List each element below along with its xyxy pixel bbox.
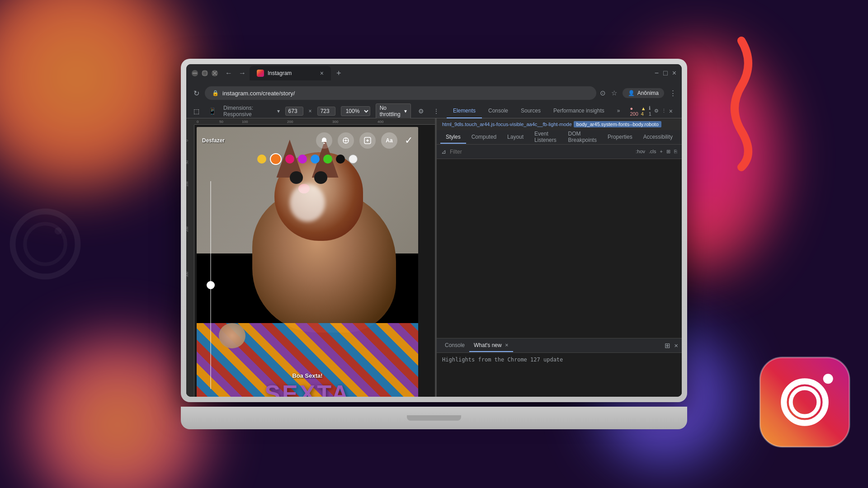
zoom-select[interactable]: 100%: [341, 106, 370, 116]
inspect-element-icon[interactable]: ⬚: [192, 107, 201, 116]
throttle-label: No throttling: [380, 105, 402, 117]
color-white[interactable]: [349, 155, 358, 164]
svg-text:300: 300: [186, 272, 189, 277]
whats-new-tab[interactable]: What's new ×: [469, 339, 513, 352]
color-purple[interactable]: [298, 155, 307, 164]
color-green[interactable]: [323, 155, 332, 164]
tab-styles[interactable]: Styles: [440, 131, 466, 144]
ig-logo-left-decoration: [9, 208, 81, 280]
minimize-icon[interactable]: −: [655, 69, 659, 77]
minimize-button[interactable]: [192, 70, 198, 76]
copy-styles-button[interactable]: ⎘: [674, 149, 677, 155]
forward-button[interactable]: →: [237, 67, 248, 79]
slider-track: [210, 181, 211, 281]
tab-console[interactable]: Console: [482, 104, 514, 118]
undo-button[interactable]: Desfazer: [202, 137, 225, 144]
text-tool-button[interactable]: Aa: [381, 132, 397, 149]
console-panel: Console What's new × ⊞ ×: [437, 338, 682, 397]
color-black[interactable]: [336, 155, 345, 164]
network-conditions-icon[interactable]: ⚙: [416, 107, 426, 116]
whats-new-tab-close[interactable]: ×: [505, 342, 509, 348]
maximize-icon[interactable]: □: [663, 69, 668, 77]
more-options-icon[interactable]: ⋮: [670, 89, 676, 97]
console-close-icon[interactable]: ×: [674, 342, 678, 349]
brush-size-slider[interactable]: [207, 172, 215, 389]
bookmark-icon[interactable]: ☆: [611, 89, 617, 97]
bell-tool-button[interactable]: [316, 132, 332, 149]
url-input[interactable]: 🔒 instagram.com/create/story/: [205, 86, 596, 100]
browser-chrome: ← → Instagram × + − □ ×: [186, 64, 682, 397]
filter-input[interactable]: [450, 149, 632, 155]
tab-close-button[interactable]: ×: [320, 70, 324, 77]
close-window-button[interactable]: [212, 70, 218, 76]
squiggle-decoration: [714, 36, 769, 172]
sticker-tool-button[interactable]: [359, 132, 376, 149]
console-tabs: Console What's new × ⊞ ×: [437, 338, 682, 353]
tab-properties[interactable]: Properties: [602, 131, 638, 144]
more-tabs-button[interactable]: »: [611, 104, 627, 118]
devtools-settings-icon[interactable]: ⚙: [654, 108, 659, 114]
tab-computed[interactable]: Computed: [466, 131, 502, 144]
error-count: ● 200: [630, 106, 638, 117]
color-orange-selected[interactable]: [270, 153, 282, 165]
svg-text:0: 0: [197, 120, 199, 124]
add-style-button[interactable]: +: [660, 149, 663, 155]
dimensions-separator1: ▾: [277, 108, 280, 114]
close-icon[interactable]: ×: [672, 69, 676, 77]
svg-text:50: 50: [186, 160, 189, 164]
refresh-button[interactable]: ↻: [192, 87, 201, 99]
tab-bar: Instagram × +: [250, 66, 655, 80]
hover-pseudo-button[interactable]: :hov: [636, 149, 645, 155]
slider-handle[interactable]: [207, 281, 215, 289]
tab-event-listeners[interactable]: Event Listeners: [529, 128, 562, 147]
new-tab-button[interactable]: +: [333, 69, 345, 78]
devtools-more-icon[interactable]: ⋮: [661, 108, 666, 114]
breadcrumb-body[interactable]: body_ar45.system-fonts--body.roboto: [574, 121, 661, 127]
devtools-tab-bar: Elements Console Sources Performance ins…: [447, 104, 627, 118]
toggle-layout-button[interactable]: ⊞: [666, 149, 670, 155]
responsive-options-icon[interactable]: ⋮: [431, 107, 441, 116]
devtools-close-icon[interactable]: ×: [669, 108, 673, 115]
class-pseudo-button[interactable]: .cls: [649, 149, 656, 155]
height-input[interactable]: [317, 107, 335, 116]
console-tab[interactable]: Console: [440, 339, 469, 352]
laptop-frame: ← → Instagram × + − □ ×: [181, 59, 687, 429]
cat-eye-right: [314, 171, 327, 184]
filter-bar: ⊿ :hov .cls + ⊞ ⎘: [437, 145, 682, 159]
device-toggle-icon[interactable]: 📱: [207, 107, 218, 116]
color-pink[interactable]: [285, 155, 294, 164]
confirm-button[interactable]: ✓: [405, 135, 413, 146]
console-dock-icon[interactable]: ⊞: [665, 342, 670, 350]
console-content: Highlights from the Chrome 127 update: [437, 353, 682, 397]
address-bar: ↻ 🔒 instagram.com/create/story/ ⊙ ☆ 👤 An…: [186, 82, 682, 104]
svg-text:200: 200: [287, 120, 293, 124]
back-button[interactable]: ←: [223, 67, 234, 79]
profile-button[interactable]: 👤 Anônima: [623, 88, 664, 98]
laptop-base: [181, 407, 687, 429]
tab-sources[interactable]: Sources: [514, 104, 547, 118]
svg-text:0: 0: [186, 140, 189, 141]
tab-layout[interactable]: Layout: [502, 131, 529, 144]
tab-performance-insights[interactable]: Performance insights: [547, 104, 611, 118]
cat-paw: [219, 323, 245, 348]
tab-dom-breakpoints[interactable]: DOM Breakpoints: [563, 128, 602, 147]
svg-text:300: 300: [332, 120, 339, 124]
svg-rect-3: [760, 357, 849, 447]
dimensions-x: ×: [309, 108, 312, 114]
location-tool-button[interactable]: [338, 132, 354, 149]
breadcrumb-html[interactable]: html_9dls.touch_ar44.js-focus-visible_aa…: [442, 122, 572, 127]
width-input[interactable]: [285, 107, 303, 116]
active-tab[interactable]: Instagram ×: [250, 66, 331, 80]
color-yellow[interactable]: [257, 155, 266, 164]
svg-point-2: [55, 227, 62, 235]
tab-accessibility[interactable]: Accessibility: [638, 131, 678, 144]
instagram-favicon: [257, 70, 264, 77]
maximize-button[interactable]: [202, 70, 208, 76]
throttle-button[interactable]: No throttling ▾: [376, 103, 411, 119]
tab-elements[interactable]: Elements: [447, 104, 482, 118]
story-tools: Aa ✓: [316, 132, 413, 149]
extensions-icon[interactable]: ⊙: [600, 89, 606, 97]
color-palette: [257, 153, 358, 165]
color-blue[interactable]: [311, 155, 320, 164]
filter-actions: :hov .cls + ⊞ ⎘: [636, 149, 677, 155]
